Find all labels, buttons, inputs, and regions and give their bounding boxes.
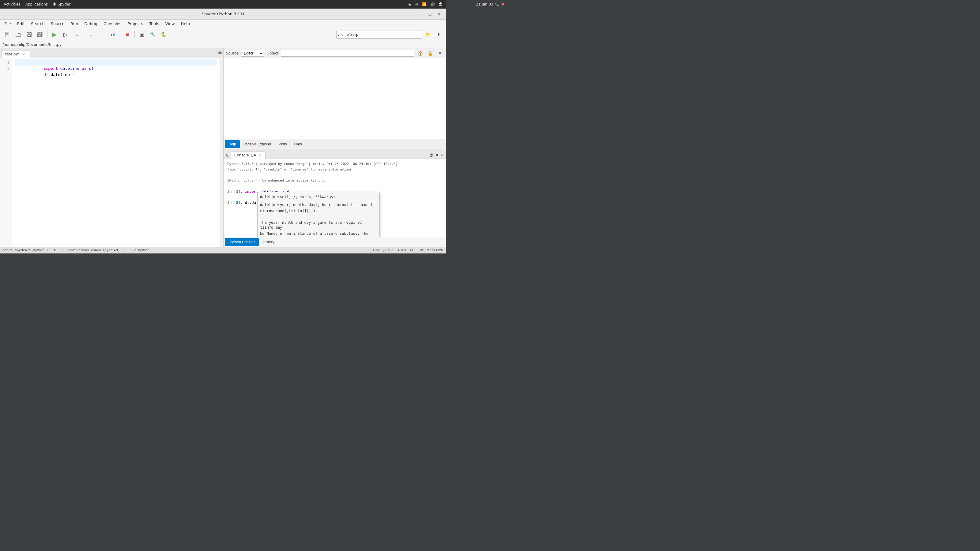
- tab-files[interactable]: Files: [291, 140, 305, 148]
- console-tab-1[interactable]: Console 1/A ×: [231, 151, 266, 159]
- spyder-icon: 🕷: [52, 2, 56, 6]
- spyder-app-label[interactable]: 🕷 Spyder: [52, 2, 70, 6]
- toggle-pane-button[interactable]: ▣: [137, 30, 147, 40]
- help-content: [224, 58, 446, 139]
- tab-close-button[interactable]: ×: [22, 52, 26, 56]
- accessibility-icon[interactable]: ⚙: [415, 2, 418, 6]
- svg-rect-7: [38, 33, 40, 34]
- system-bar-left: Activities Applications 🕷 Spyder: [4, 2, 70, 6]
- line-numbers: 1 2: [0, 58, 12, 247]
- lock-button[interactable]: 🔒: [426, 50, 434, 57]
- svg-rect-4: [28, 32, 30, 34]
- menu-tools[interactable]: Tools: [146, 21, 162, 27]
- object-input[interactable]: [281, 50, 414, 57]
- toolbar-sep-1: [47, 31, 48, 38]
- tab-menu-button[interactable]: ≡: [218, 49, 222, 56]
- main-area: test.py* × ≡ 1 2 import datetime as dt d…: [0, 48, 446, 247]
- run-button[interactable]: ▶: [49, 30, 60, 40]
- console-content[interactable]: Python 3.11.0 | packaged by conda-forge …: [224, 159, 446, 237]
- console-clear-button[interactable]: 🗑: [428, 151, 434, 159]
- path-input[interactable]: [336, 30, 422, 38]
- run-selection-button[interactable]: ↳: [72, 30, 82, 40]
- console-new-tab-button[interactable]: ⊞: [225, 151, 231, 159]
- maximize-button[interactable]: □: [426, 11, 434, 17]
- up-dir-button[interactable]: ⬆: [434, 30, 444, 40]
- title-bar: Spyder (Python 3.11) − □ ×: [0, 9, 446, 20]
- menu-source[interactable]: Source: [48, 21, 68, 27]
- bottom-tabs: Help Variable Explorer Plots Files: [224, 139, 446, 149]
- tab-label: test.py*: [5, 52, 20, 56]
- home-button[interactable]: 🏠: [417, 50, 424, 57]
- activities-label[interactable]: Activities: [4, 2, 21, 6]
- stop-button[interactable]: ■: [122, 30, 133, 40]
- step-over-button[interactable]: ⏭: [108, 30, 118, 40]
- console-tab-bar: ⊞ Console 1/A × 🗑 ■ ≡: [224, 149, 446, 159]
- menu-edit[interactable]: Edit: [14, 21, 28, 27]
- menu-file[interactable]: File: [1, 21, 14, 27]
- step-prev-button[interactable]: ↓: [86, 30, 96, 40]
- autocomplete-blank: [260, 214, 377, 220]
- close-button[interactable]: ×: [435, 11, 444, 17]
- tab-history[interactable]: History: [259, 238, 278, 246]
- code-editor[interactable]: 1 2 import datetime as dt dt.datetime(): [0, 58, 223, 247]
- source-select[interactable]: Editor Console: [241, 50, 264, 57]
- toolbar: ▶ ▷ ↳ ↓ ↑ ⏭ ■ ▣ 🔧 🐍 📁 ⬆: [0, 28, 446, 41]
- run-cell-button[interactable]: ▷: [60, 30, 71, 40]
- autocomplete-desc-4: be None, or an instance of a tzinfo subc…: [260, 231, 377, 237]
- system-bar-right: ⊟ ⚙ 📶 🔊 ⏻: [408, 2, 442, 6]
- status-bar: conda: spyder-cf (Python 3.11.0) ✓ Compl…: [0, 247, 446, 254]
- new-file-button[interactable]: [2, 30, 12, 40]
- title-bar-controls: − □ ×: [417, 11, 444, 17]
- python-env-button[interactable]: 🐍: [159, 30, 169, 40]
- window-icon[interactable]: ⊟: [408, 2, 411, 6]
- console-ipython-info: IPython 8.7.0 -- An enhanced Interactive…: [227, 178, 442, 183]
- tab-variable-explorer[interactable]: Variable Explorer: [240, 140, 275, 148]
- menu-projects[interactable]: Projects: [124, 21, 146, 27]
- open-file-button[interactable]: [13, 30, 23, 40]
- power-icon[interactable]: ⏻: [439, 2, 442, 6]
- tab-ipython-console[interactable]: IPython Console: [225, 238, 259, 246]
- breadcrumb-bar: /home/philip/Documents/test.py: [0, 41, 446, 48]
- autocomplete-desc-3: The year, month and day arguments are re…: [260, 220, 377, 230]
- settings-button[interactable]: 🔧: [148, 30, 158, 40]
- menu-run[interactable]: Run: [67, 21, 81, 27]
- toolbar-sep-4: [134, 31, 135, 38]
- menu-view[interactable]: View: [162, 21, 178, 27]
- tab-help[interactable]: Help: [225, 140, 240, 148]
- rw-status: RW: [417, 248, 423, 252]
- console-panel: ⊞ Console 1/A × 🗑 ■ ≡ Python 3.11.0 | pa…: [224, 149, 446, 247]
- toolbar-sep-2: [84, 31, 84, 38]
- autocomplete-popup: datetime(self, /, *args, **kwargs) datet…: [257, 192, 380, 237]
- help-toolbar: Source Editor Console Object 🏠 🔒 ≡: [224, 48, 446, 58]
- minimize-button[interactable]: −: [417, 11, 425, 17]
- console-menu-button[interactable]: ≡: [440, 151, 445, 159]
- conda-status: conda: spyder-cf (Python 3.11.0): [2, 248, 57, 252]
- editor-tab-testpy[interactable]: test.py* ×: [1, 50, 30, 58]
- console-stop-button[interactable]: ■: [434, 151, 439, 159]
- step-next-button[interactable]: ↑: [97, 30, 107, 40]
- tab-plots[interactable]: Plots: [275, 140, 291, 148]
- console-startup-2: Type "copyright", "credits" or "license"…: [227, 167, 442, 172]
- menu-debug[interactable]: Debug: [81, 21, 100, 27]
- menu-consoles[interactable]: Consoles: [100, 21, 124, 27]
- completions-status: Completions: conda(spyder-cf): [68, 248, 119, 252]
- editor-scrollbar[interactable]: [220, 58, 223, 247]
- applications-label[interactable]: Applications: [25, 2, 48, 6]
- menu-help[interactable]: Help: [178, 21, 193, 27]
- autocomplete-signature: datetime(self, /, *args, **kwargs): [260, 195, 377, 199]
- line-number-1: 1: [0, 59, 12, 65]
- code-content[interactable]: import datetime as dt dt.datetime(): [12, 58, 220, 247]
- svg-rect-0: [5, 32, 9, 37]
- browse-button[interactable]: 📁: [423, 30, 433, 40]
- wifi-icon[interactable]: 📶: [422, 2, 426, 6]
- console-tab-close[interactable]: ×: [258, 153, 262, 157]
- volume-icon[interactable]: 🔊: [430, 2, 435, 6]
- source-label: Source: [226, 51, 239, 56]
- object-label: Object: [266, 51, 278, 56]
- system-bar: Activities Applications 🕷 Spyder 21 Jan …: [0, 0, 446, 9]
- help-menu-button[interactable]: ≡: [436, 50, 444, 57]
- menu-bar: File Edit Search Source Run Debug Consol…: [0, 20, 446, 28]
- menu-search[interactable]: Search: [28, 21, 48, 27]
- save-all-button[interactable]: [35, 30, 45, 40]
- save-button[interactable]: [24, 30, 34, 40]
